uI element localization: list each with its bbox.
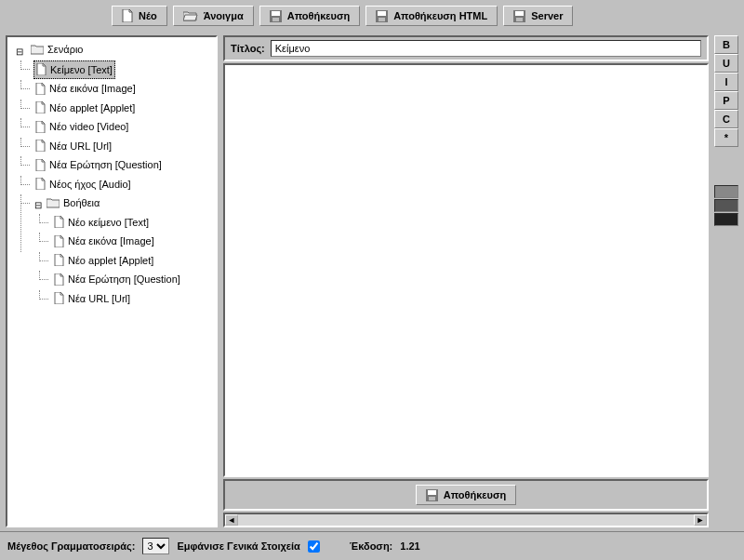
file-icon [54, 254, 64, 266]
tree-item[interactable]: Κείμενο [Text] [33, 60, 115, 79]
new-button[interactable]: Νέο [112, 6, 167, 26]
tree-item-label: Νέος ήχος [Audio] [49, 176, 131, 193]
tree-item-label: Νέα εικόνα [Image] [49, 80, 136, 97]
color-swatch[interactable] [714, 213, 738, 226]
tree-item-label: Νέα URL [Url] [68, 290, 130, 307]
folder-icon [31, 45, 44, 55]
tree-toggle-help[interactable]: ⊟ [33, 197, 43, 214]
open-button-label: Άνοιγμα [204, 10, 244, 21]
tree-item[interactable]: Νέα Ερώτηση [Question] [52, 271, 182, 287]
editor-save-label: Αποθήκευση [444, 489, 506, 500]
color-swatch[interactable] [714, 199, 738, 212]
folder-open-icon [183, 10, 198, 21]
svg-rect-10 [428, 490, 436, 495]
tree-help-node[interactable]: Βοήθεια [45, 194, 101, 211]
svg-rect-8 [516, 18, 523, 21]
file-icon [35, 159, 46, 171]
new-button-label: Νέο [139, 10, 157, 21]
tree-item-label: Νέα Ερώτηση [Question] [49, 156, 162, 173]
font-size-label: Μέγεθος Γραμματοσειράς: [7, 540, 135, 552]
file-icon [54, 216, 64, 228]
title-input[interactable] [271, 40, 701, 57]
tree-item-label: Νέα Ερώτηση [Question] [68, 271, 180, 287]
tree-item[interactable]: Νέο applet [Applet] [52, 252, 155, 269]
color-swatch[interactable] [714, 185, 738, 198]
file-icon [35, 140, 46, 152]
tree-root-node[interactable]: Σενάριο [29, 41, 85, 58]
file-icon [54, 235, 64, 247]
show-general-checkbox[interactable] [308, 540, 320, 553]
tree-pane: ⊟ Σενάριο Κείμενο [Text]Νέα εικόνα [Imag… [6, 35, 218, 527]
svg-rect-7 [515, 11, 524, 16]
save-button[interactable]: Αποθήκευση [259, 6, 360, 26]
tree-item-label: Νέο applet [Applet] [68, 252, 153, 269]
tree-root-label: Σενάριο [47, 41, 83, 58]
server-button-label: Server [531, 10, 563, 21]
tree-root-children: Κείμενο [Text]Νέα εικόνα [Image]Νέο appl… [15, 60, 214, 310]
tree-item[interactable]: Νέο video [Video] [33, 118, 130, 135]
file-icon [122, 9, 133, 22]
format-b-button[interactable]: B [714, 35, 738, 54]
scenario-tree[interactable]: ⊟ Σενάριο Κείμενο [Text]Νέα εικόνα [Imag… [9, 41, 214, 309]
scroll-right-arrow[interactable]: ► [694, 514, 707, 526]
tree-item[interactable]: Νέα URL [Url] [33, 138, 113, 154]
svg-rect-5 [379, 18, 385, 21]
tree-item[interactable]: Νέα URL [Url] [52, 290, 132, 307]
format-toolbar: BUIPC* [714, 35, 738, 527]
tree-item-label: Νέο video [Video] [49, 118, 128, 135]
tree-item-label: Κείμενο [Text] [50, 61, 113, 78]
tree-item-label: Νέα εικόνα [Image] [68, 233, 154, 249]
content-editor[interactable] [223, 63, 709, 477]
title-label: Τίτλος: [231, 43, 265, 54]
folder-icon [46, 198, 60, 208]
svg-rect-11 [429, 497, 435, 500]
floppy-icon [270, 10, 282, 22]
file-icon [35, 101, 46, 113]
editor-save-button[interactable]: Αποθήκευση [416, 485, 516, 505]
save-html-button-label: Αποθήκευση ΗΤΜL [393, 10, 487, 21]
file-icon [54, 292, 64, 304]
file-icon [35, 178, 46, 190]
format-c-button[interactable]: C [714, 110, 738, 128]
tree-help-label: Βοήθεια [63, 194, 100, 211]
floppy-html-icon [376, 10, 388, 22]
format-*-button[interactable]: * [714, 128, 738, 147]
version-value: 1.21 [400, 540, 419, 552]
editor-save-row: Αποθήκευση [223, 479, 709, 511]
file-icon [35, 83, 46, 95]
save-button-label: Αποθήκευση [287, 10, 350, 21]
file-icon [54, 273, 64, 286]
tree-toggle-root[interactable]: ⊟ [15, 44, 24, 60]
scroll-track[interactable] [238, 514, 694, 526]
tree-item[interactable]: Νέο applet [Applet] [33, 100, 137, 116]
save-html-button[interactable]: Αποθήκευση ΗΤΜL [365, 6, 498, 26]
tree-item-label: Νέο applet [Applet] [49, 100, 135, 116]
tree-item[interactable]: Νέο κείμενο [Text] [52, 214, 151, 231]
tree-item-label: Νέο κείμενο [Text] [68, 214, 149, 231]
scroll-left-arrow[interactable]: ◄ [225, 514, 238, 526]
tree-item[interactable]: Νέος ήχος [Audio] [33, 176, 133, 193]
svg-rect-2 [272, 18, 279, 21]
file-icon [36, 63, 46, 75]
format-i-button[interactable]: I [714, 73, 738, 91]
editor-column: Τίτλος: Αποθήκευση ◄ ► [223, 35, 709, 527]
tree-item[interactable]: Νέα Ερώτηση [Question] [33, 156, 164, 173]
format-p-button[interactable]: P [714, 91, 738, 110]
server-button[interactable]: Server [503, 6, 573, 26]
tree-item[interactable]: Νέα εικόνα [Image] [52, 233, 156, 249]
horizontal-scrollbar[interactable]: ◄ ► [223, 513, 709, 527]
format-u-button[interactable]: U [714, 54, 738, 73]
show-general-label: Εμφάνισε Γενικά Στοιχεία [177, 540, 299, 552]
tree-item[interactable]: Νέα εικόνα [Image] [33, 80, 138, 97]
font-size-select[interactable]: 3 [142, 538, 169, 554]
version-label: Έκδοση: [350, 540, 392, 552]
open-button[interactable]: Άνοιγμα [173, 6, 254, 26]
floppy-icon [426, 489, 438, 501]
tree-item-label: Νέα URL [Url] [49, 138, 112, 154]
svg-rect-1 [272, 11, 280, 16]
floppy-icon [513, 10, 525, 22]
file-icon [35, 121, 46, 133]
svg-rect-4 [378, 11, 386, 16]
status-bar: Μέγεθος Γραμματοσειράς: 3 Εμφάνισε Γενικ… [0, 531, 744, 560]
main-toolbar: Νέο Άνοιγμα Αποθήκευση Αποθήκευση ΗΤΜL S… [0, 0, 744, 32]
